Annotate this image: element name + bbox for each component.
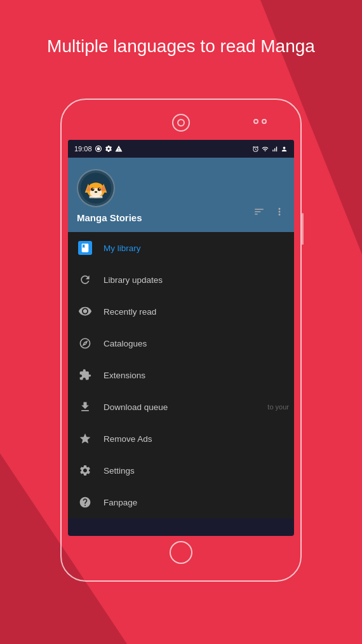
header-tagline: Multiple languages to read Manga (0, 35, 362, 58)
status-bar: 19:08 (68, 140, 294, 158)
avatar (77, 169, 115, 207)
app-drawer-header: Manga Stories (68, 158, 294, 232)
settings-status-icon (105, 145, 112, 153)
book-icon (78, 241, 92, 255)
catalogues-label: Catalogues (104, 339, 147, 348)
phone-device: 19:08 (60, 99, 302, 582)
app-name: Manga Stories (77, 212, 142, 223)
status-time: 19:08 (74, 145, 92, 153)
library-updates-label: Library updates (104, 275, 163, 285)
sidebar-item-recently-read[interactable]: Recently read (68, 296, 294, 327)
recently-read-label: Recently read (104, 307, 156, 317)
settings-label: Settings (104, 466, 135, 476)
home-button[interactable] (170, 541, 192, 564)
phone-screen: 19:08 (68, 140, 294, 536)
camera-status-icon (95, 145, 102, 153)
sidebar-item-library-updates[interactable]: Library updates (68, 264, 294, 296)
fanpage-label: Fanpage (104, 498, 137, 507)
extensions-label: Extensions (104, 371, 145, 380)
my-library-label: My library (104, 243, 141, 253)
svg-point-8 (91, 188, 94, 191)
svg-point-12 (95, 191, 97, 193)
refresh-icon (78, 273, 92, 287)
drawer-menu: My library Library updates Recently read (68, 232, 294, 518)
front-camera-icon (172, 114, 190, 132)
compass-icon (78, 336, 92, 350)
help-icon (78, 495, 92, 509)
wifi-status-icon (262, 146, 269, 153)
power-button[interactable] (302, 213, 304, 245)
remove-ads-label: Remove Ads (104, 434, 152, 444)
sidebar-item-my-library[interactable]: My library (68, 232, 294, 264)
download-icon (78, 400, 92, 414)
content-peek-text: to your (267, 403, 289, 411)
warning-status-icon (115, 145, 123, 153)
more-options-icon[interactable] (274, 206, 285, 221)
sidebar-item-download-queue[interactable]: Download queue to your (68, 391, 294, 423)
filter-icon[interactable] (253, 206, 265, 221)
gear-icon (78, 463, 92, 477)
svg-point-10 (93, 188, 94, 189)
sidebar-item-extensions[interactable]: Extensions (68, 359, 294, 391)
svg-rect-14 (90, 197, 101, 198)
earpiece-dots (253, 119, 267, 124)
glasses-icon (78, 305, 92, 319)
user-status-icon (281, 146, 288, 153)
sidebar-item-catalogues[interactable]: Catalogues (68, 327, 294, 359)
sidebar-item-remove-ads[interactable]: Remove Ads (68, 423, 294, 455)
svg-point-11 (99, 188, 100, 189)
signal-status-icon (271, 146, 278, 153)
download-queue-label: Download queue (104, 402, 168, 412)
svg-point-0 (97, 147, 100, 151)
sparkle-icon (78, 432, 92, 446)
sidebar-item-settings[interactable]: Settings (68, 455, 294, 486)
sidebar-item-fanpage[interactable]: Fanpage (68, 486, 294, 518)
puzzle-icon (78, 368, 92, 382)
svg-point-9 (98, 188, 101, 191)
fox-logo-icon (79, 172, 112, 205)
alarm-status-icon (252, 146, 259, 153)
